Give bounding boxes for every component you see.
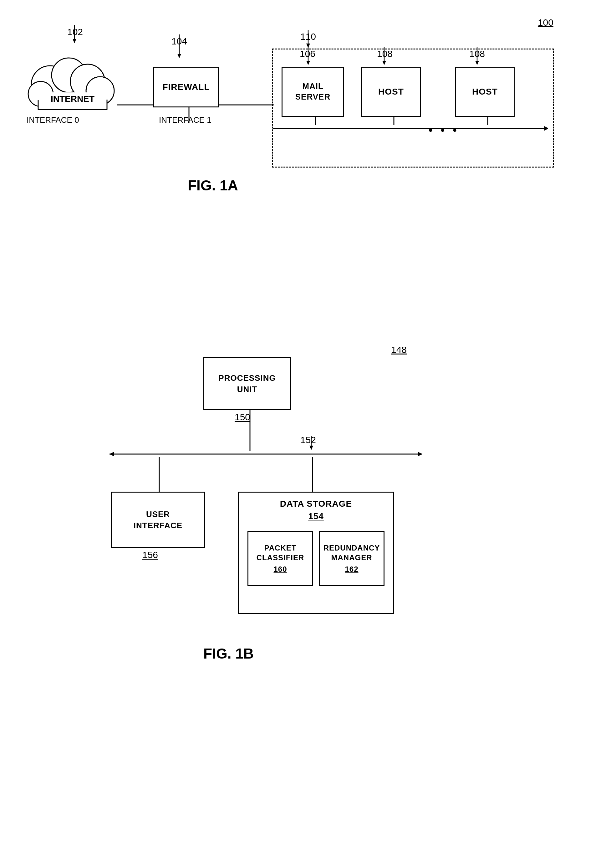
ref-108b-arrow [474, 47, 487, 66]
svg-marker-16 [177, 54, 181, 58]
processing-unit-label: PROCESSING UNIT [219, 372, 276, 395]
firewall-box: FIREWALL [153, 67, 219, 107]
ref-106-arrow [305, 47, 318, 66]
ref-110-arrow [305, 30, 318, 49]
svg-marker-33 [418, 452, 422, 456]
svg-marker-22 [306, 61, 310, 65]
svg-marker-35 [309, 446, 313, 450]
host2-box: HOST [455, 67, 515, 117]
processing-unit-box: PROCESSING UNIT [203, 357, 291, 410]
host2-label: HOST [472, 86, 498, 97]
svg-marker-28 [475, 61, 479, 65]
user-interface-label: USER INTERFACE [133, 509, 182, 531]
packet-classifier-box: PACKET CLASSIFIER 160 [248, 531, 313, 586]
redundancy-manager-box: REDUNDANCY MANAGER 162 [319, 531, 384, 586]
dots: • • • [428, 124, 459, 137]
packet-classifier-label: PACKET CLASSIFIER [257, 543, 304, 562]
ref-160: 160 [273, 564, 287, 574]
ref-152-arrow [308, 436, 321, 450]
line-host2-bus [485, 117, 491, 125]
line-mailserver-bus [312, 117, 319, 125]
fig1a-label: FIG. 1A [188, 177, 238, 194]
line-bus-ui [156, 457, 162, 491]
line-pu-down [247, 410, 253, 451]
line-bus-ds [309, 457, 316, 491]
ref-154: 154 [245, 511, 387, 522]
svg-marker-3 [73, 39, 76, 43]
ref-156: 156 [142, 550, 158, 560]
ref-104-arrow [176, 34, 189, 59]
page: 100 110 102 INTERNET INTERFACE 0 [0, 0, 616, 843]
ref-100: 100 [538, 17, 553, 28]
ref-148: 148 [391, 344, 407, 355]
svg-marker-20 [544, 126, 548, 131]
fig1b-label: FIG. 1B [203, 645, 254, 662]
line-firewall-network [219, 100, 274, 110]
ref-102-arrow [71, 25, 84, 44]
internet-cloud: INTERNET [19, 44, 119, 113]
ref-162: 162 [345, 564, 358, 574]
host1-label: HOST [378, 86, 404, 97]
line-host1-bus [391, 117, 397, 125]
mail-server-box: MAIL SERVER [282, 67, 344, 117]
data-storage-label: DATA STORAGE [245, 498, 387, 509]
host1-box: HOST [361, 67, 421, 117]
svg-marker-25 [382, 61, 386, 65]
user-interface-box: USER INTERFACE [111, 491, 205, 548]
svg-text:INTERNET: INTERNET [51, 94, 94, 104]
interface0-label: INTERFACE 0 [26, 115, 79, 125]
redundancy-manager-label: REDUNDANCY MANAGER [324, 543, 380, 562]
mail-server-label: MAIL SERVER [295, 81, 330, 102]
interface1-label: INTERFACE 1 [159, 115, 211, 125]
data-storage-box: DATA STORAGE 154 PACKET CLASSIFIER 160 R… [238, 491, 394, 614]
ref-108a-arrow [381, 47, 393, 66]
firewall-label: FIREWALL [162, 81, 210, 93]
